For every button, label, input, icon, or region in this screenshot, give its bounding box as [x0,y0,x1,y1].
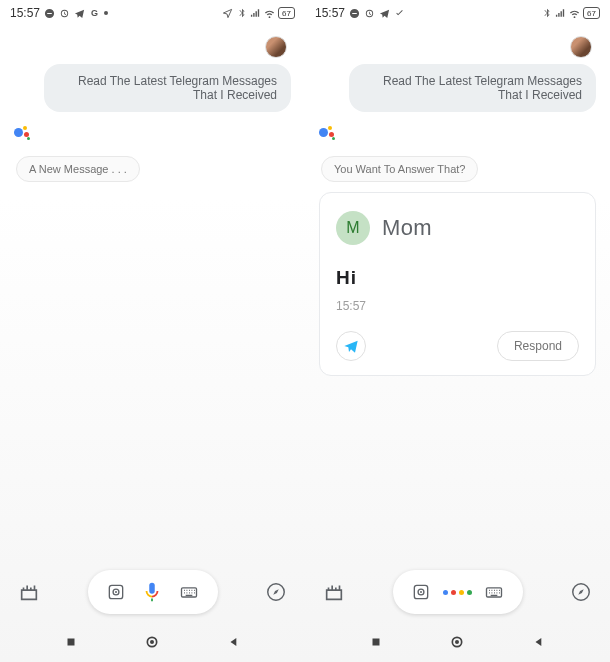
user-message-bubble: Read The Latest Telegram Messages That I… [44,64,291,112]
explore-icon[interactable] [265,581,287,603]
contact-avatar: M [336,211,370,245]
android-nav-bar [305,622,610,662]
status-left: 15:57 G [10,6,108,20]
svg-rect-13 [372,639,379,646]
svg-point-15 [455,640,459,644]
user-avatar-row [319,36,596,58]
svg-point-2 [115,591,117,593]
card-actions: Respond [336,331,579,361]
home-button[interactable] [448,633,466,651]
status-right: 67 [541,7,600,19]
mic-icon[interactable] [141,581,163,603]
lens-icon[interactable] [105,581,127,603]
explore-icon[interactable] [570,581,592,603]
status-right: 67 [222,7,295,19]
assistant-reply-bubble: You Want To Answer That? [321,156,478,182]
message-time: 15:57 [336,299,579,313]
respond-button[interactable]: Respond [497,331,579,361]
google-g-icon: G [89,8,100,19]
telegram-app-icon[interactable] [336,331,366,361]
assistant-row [14,126,291,144]
home-button[interactable] [143,633,161,651]
card-header: M Mom [336,211,579,245]
google-assistant-icon [14,126,32,144]
wifi-icon [569,8,580,19]
user-avatar[interactable] [570,36,592,58]
back-button[interactable] [225,633,243,651]
wifi-icon [264,8,275,19]
alarm-icon [364,8,375,19]
user-avatar[interactable] [265,36,287,58]
keyboard-icon[interactable] [483,581,505,603]
message-card[interactable]: M Mom Hi 15:57 Respond [319,192,596,376]
status-bar: 15:57 67 [305,0,610,26]
contact-name: Mom [382,215,432,241]
assistant-reply-bubble: A New Message . . . [16,156,140,182]
bluetooth-icon [236,8,247,19]
chat-content: Read The Latest Telegram Messages That I… [305,26,610,562]
back-button[interactable] [530,633,548,651]
check-icon [394,8,405,19]
bluetooth-icon [541,8,552,19]
telegram-status-icon [379,8,390,19]
input-pill [393,570,523,614]
location-icon [222,8,233,19]
assistant-dots-icon[interactable] [446,581,468,603]
assistant-bottom-bar [305,562,610,622]
signal-icon [250,8,261,19]
recents-button[interactable] [367,633,385,651]
input-pill [88,570,218,614]
dnd-icon [44,8,55,19]
status-time: 15:57 [315,6,345,20]
user-message-bubble: Read The Latest Telegram Messages That I… [349,64,596,112]
screen-right: 15:57 67 [305,0,610,662]
recents-button[interactable] [62,633,80,651]
alarm-icon [59,8,70,19]
screen-left: 15:57 G [0,0,305,662]
svg-point-7 [150,640,154,644]
status-left: 15:57 [315,6,405,20]
message-body: Hi [336,267,579,289]
dnd-icon [349,8,360,19]
chat-content: Read The Latest Telegram Messages That I… [0,26,305,562]
signal-icon [555,8,566,19]
user-avatar-row [14,36,291,58]
telegram-status-icon [74,8,85,19]
svg-rect-5 [67,639,74,646]
google-assistant-icon [319,126,337,144]
android-nav-bar [0,622,305,662]
status-time: 15:57 [10,6,40,20]
battery-icon: 67 [583,7,600,19]
updates-icon[interactable] [18,581,40,603]
assistant-row [319,126,596,144]
svg-point-10 [420,591,422,593]
lens-icon[interactable] [410,581,432,603]
status-bar: 15:57 G [0,0,305,26]
assistant-bottom-bar [0,562,305,622]
battery-icon: 67 [278,7,295,19]
dot-icon [104,11,108,15]
keyboard-icon[interactable] [178,581,200,603]
updates-icon[interactable] [323,581,345,603]
